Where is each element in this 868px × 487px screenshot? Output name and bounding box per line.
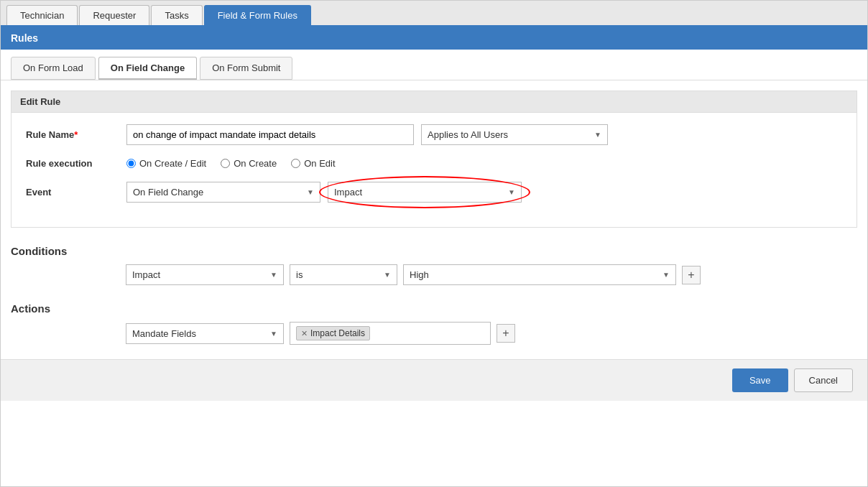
action-fields-container: ✕ Impact Details (290, 322, 491, 345)
applies-dropdown[interactable]: Applies to All Users ▼ (421, 124, 608, 145)
applies-dropdown-arrow: ▼ (594, 131, 601, 139)
rule-execution-row: Rule execution On Create / Edit On Creat… (26, 158, 842, 169)
action-type-arrow: ▼ (270, 330, 277, 338)
tab-on-form-submit[interactable]: On Form Submit (200, 57, 292, 80)
tab-tasks[interactable]: Tasks (151, 5, 202, 25)
event-type-label: On Field Change (133, 187, 203, 198)
condition-value-dropdown[interactable]: High ▼ (403, 264, 676, 285)
radio-on-edit[interactable]: On Edit (291, 158, 335, 169)
condition-field-dropdown[interactable]: Impact ▼ (126, 264, 284, 285)
event-row: Event On Field Change ▼ Impact ▼ (26, 182, 842, 203)
rule-name-label: Rule Name* (26, 129, 119, 140)
cancel-button[interactable]: Cancel (794, 368, 853, 392)
action-row: Mandate Fields ▼ ✕ Impact Details + (11, 322, 857, 345)
top-tabs: Technician Requester Tasks Field & Form … (1, 1, 867, 27)
required-star: * (74, 129, 78, 140)
tag-close-icon[interactable]: ✕ (301, 329, 308, 338)
radio-on-create-input[interactable] (221, 159, 230, 168)
edit-rule-body: Rule Name* Applies to All Users ▼ Rule e… (11, 113, 857, 227)
tab-on-field-change[interactable]: On Field Change (98, 57, 197, 80)
sub-tabs: On Form Load On Field Change On Form Sub… (1, 50, 867, 80)
condition-is-dropdown[interactable]: is ▼ (290, 264, 397, 285)
tab-technician[interactable]: Technician (6, 5, 78, 25)
impact-oval-wrapper: Impact ▼ (328, 182, 522, 203)
action-type-dropdown[interactable]: Mandate Fields ▼ (126, 323, 284, 344)
radio-on-create[interactable]: On Create (221, 158, 277, 169)
radio-group: On Create / Edit On Create On Edit (126, 158, 336, 169)
applies-label: Applies to All Users (428, 129, 508, 140)
condition-field-label: Impact (132, 269, 160, 280)
actions-heading: Actions (11, 295, 857, 315)
tag-label: Impact Details (310, 328, 365, 338)
event-label: Event (26, 187, 119, 198)
rule-execution-label: Rule execution (26, 158, 119, 169)
radio-on-edit-label: On Edit (304, 158, 335, 169)
radio-on-create-edit-label: On Create / Edit (139, 158, 206, 169)
save-button[interactable]: Save (732, 368, 788, 392)
event-field-label: Impact (334, 187, 362, 198)
rules-header: Rules (1, 27, 867, 50)
condition-value-label: High (410, 269, 429, 280)
condition-field-arrow: ▼ (270, 271, 277, 279)
condition-value-arrow: ▼ (662, 271, 670, 279)
edit-rule-title: Edit Rule (11, 91, 857, 113)
radio-on-create-edit[interactable]: On Create / Edit (126, 158, 206, 169)
action-type-label: Mandate Fields (132, 328, 196, 339)
conditions-heading: Conditions (11, 238, 857, 257)
event-type-dropdown[interactable]: On Field Change ▼ (126, 182, 320, 203)
event-field-arrow: ▼ (508, 188, 515, 196)
impact-details-tag: ✕ Impact Details (296, 326, 370, 340)
edit-rule-section: Edit Rule Rule Name* Applies to All User… (11, 91, 857, 228)
condition-is-arrow: ▼ (384, 271, 391, 279)
radio-on-edit-input[interactable] (291, 159, 300, 168)
tab-requester[interactable]: Requester (79, 5, 149, 25)
rule-name-input[interactable] (126, 124, 414, 145)
condition-is-label: is (296, 269, 303, 280)
event-field-dropdown[interactable]: Impact ▼ (328, 182, 522, 203)
add-action-button[interactable]: + (497, 324, 515, 343)
event-type-arrow: ▼ (307, 188, 314, 196)
tab-on-form-load[interactable]: On Form Load (11, 57, 96, 80)
tab-field-form-rules[interactable]: Field & Form Rules (204, 5, 311, 25)
condition-row: Impact ▼ is ▼ High ▼ + (11, 264, 857, 285)
radio-on-create-label: On Create (234, 158, 277, 169)
rule-name-row: Rule Name* Applies to All Users ▼ (26, 124, 842, 145)
add-condition-button[interactable]: + (682, 266, 701, 284)
footer: Save Cancel (1, 359, 867, 401)
radio-on-create-edit-input[interactable] (126, 159, 136, 168)
